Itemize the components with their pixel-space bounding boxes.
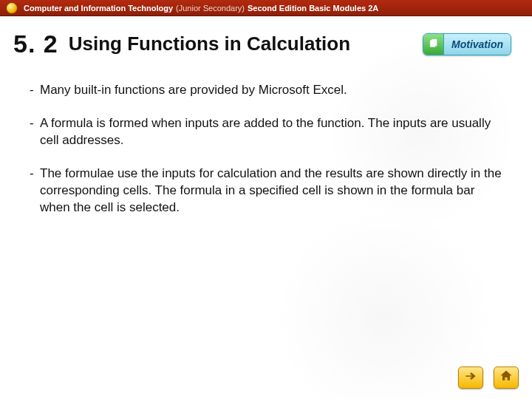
arrow-right-icon	[463, 369, 478, 386]
book-title-tail: Second Edition Basic Modules 2A	[248, 4, 378, 13]
home-icon	[499, 369, 514, 386]
header-bar: Computer and Information Technology (Jun…	[0, 0, 532, 16]
background-wash	[0, 0, 532, 399]
header-ornament-icon	[6, 2, 18, 14]
next-button[interactable]	[458, 366, 483, 389]
footer-icons	[458, 366, 519, 389]
slide: Computer and Information Technology (Jun…	[0, 0, 532, 399]
book-title-main: Computer and Information Technology	[24, 4, 173, 13]
book-title-sub: (Junior Secondary)	[176, 4, 245, 13]
home-button[interactable]	[494, 366, 519, 389]
